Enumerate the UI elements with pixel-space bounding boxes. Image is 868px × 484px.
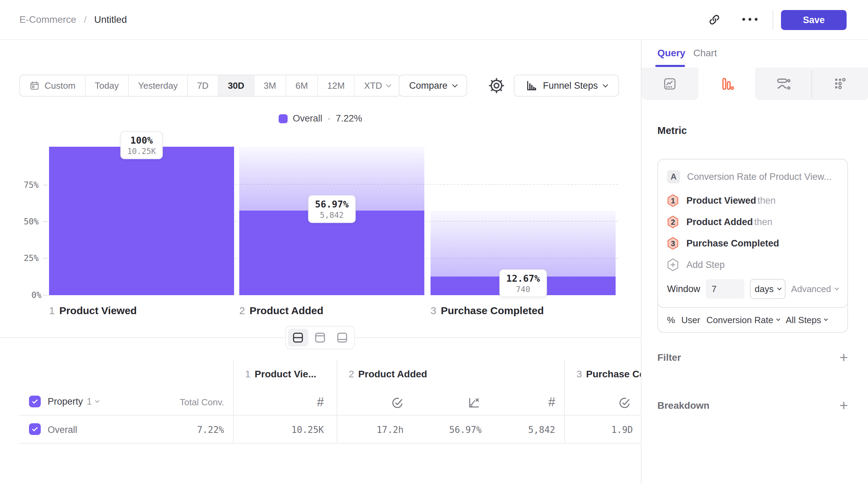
retention-report-tab[interactable] xyxy=(812,68,868,100)
row-checkbox[interactable] xyxy=(29,423,41,435)
metric-footer: % User Conversion Rate All Steps xyxy=(658,308,847,332)
funnel-bar-step-1[interactable]: 100% 10.25K xyxy=(49,147,234,295)
row-label[interactable]: Overall xyxy=(48,425,77,435)
add-step-button[interactable]: Add Step xyxy=(667,254,838,275)
active-tab-underline xyxy=(655,65,685,67)
total-conv-header[interactable]: Total Conv. xyxy=(155,397,224,408)
bar-value-label: 56.97% 5,842 xyxy=(308,195,356,223)
property-header[interactable]: Property 1 xyxy=(48,394,99,409)
date-range-6m[interactable]: 6M xyxy=(286,75,317,96)
time-to-convert-icon xyxy=(618,396,631,409)
metric-title: Conversion Rate of Product View... xyxy=(687,172,831,182)
insights-icon xyxy=(663,77,677,91)
steps-scope-select[interactable]: All Steps xyxy=(786,315,828,326)
check-icon xyxy=(31,398,39,405)
copy-link-button[interactable] xyxy=(708,13,721,26)
add-filter-button[interactable]: + xyxy=(839,350,848,365)
table-col-step2: 2Product Added xyxy=(349,369,427,380)
step-axis-label-1: 1Product Viewed xyxy=(49,305,137,317)
date-range-custom[interactable]: Custom xyxy=(20,75,85,96)
advanced-toggle[interactable]: Advanced xyxy=(791,284,838,294)
chart-type-button[interactable]: Funnel Steps xyxy=(514,75,619,97)
report-title[interactable]: Untitled xyxy=(94,14,127,25)
dropoff-chart-icon xyxy=(467,396,481,409)
breakdown-section: Breakdown + xyxy=(657,395,848,417)
gear-icon xyxy=(488,77,505,95)
chevron-down-icon xyxy=(95,398,99,403)
funnel-report-app: E-Commerce / Untitled Save Custom Today … xyxy=(0,0,868,484)
step-number-badge: 1 xyxy=(667,194,679,207)
metric-badge: A xyxy=(667,170,680,183)
window-label: Window xyxy=(667,284,700,294)
dropoff-metric-header[interactable] xyxy=(467,396,481,409)
table-row-rule xyxy=(19,443,641,444)
bar-value-label: 12.67% 740 xyxy=(499,269,547,297)
step-number-badge: 3 xyxy=(667,237,679,250)
row-step2-rate: 56.97% xyxy=(413,425,482,435)
hash-icon: # xyxy=(548,395,555,409)
chevron-down-icon xyxy=(824,317,828,321)
date-range-control: Custom Today Yesterday 7D 30D 3M 6M 12M … xyxy=(19,75,401,97)
time-to-convert-header[interactable] xyxy=(618,396,631,409)
bar-solid xyxy=(239,211,424,295)
breadcrumb-separator: / xyxy=(84,14,87,25)
date-range-12m[interactable]: 12M xyxy=(317,75,354,96)
window-unit-select[interactable]: days xyxy=(750,279,785,299)
row-total-conv: 7.22% xyxy=(155,425,224,435)
step-number-badge: 2 xyxy=(667,215,679,229)
metric-heading: Metric xyxy=(657,125,687,136)
layout-toggle-control xyxy=(285,326,355,349)
measure-select[interactable]: Conversion Rate xyxy=(706,315,780,326)
funnel-step-row-3[interactable]: 3 Purchase Completed xyxy=(667,233,838,254)
date-range-yesterday[interactable]: Yesterday xyxy=(128,75,187,96)
funnels-report-tab[interactable] xyxy=(698,68,755,100)
tab-chart[interactable]: Chart xyxy=(693,48,717,59)
y-axis-tick-75: 75% xyxy=(14,180,39,190)
split-view-icon xyxy=(292,331,304,344)
step-axis-label-2: 2Product Added xyxy=(239,305,324,317)
breadcrumb: E-Commerce / Untitled xyxy=(19,0,127,39)
layout-chart-only-button[interactable] xyxy=(310,329,330,347)
bar-dropoff-gradient xyxy=(431,211,616,276)
top-header: E-Commerce / Untitled Save xyxy=(0,0,868,40)
date-range-3m[interactable]: 3M xyxy=(254,75,286,96)
count-metric-header[interactable]: # xyxy=(304,395,324,409)
funnel-bar-step-3[interactable]: 12.67% 740 xyxy=(431,147,616,295)
table-col-step1: 1Product Vie... xyxy=(245,369,316,380)
window-value-input[interactable]: 7 xyxy=(706,279,744,299)
date-range-7d[interactable]: 7D xyxy=(187,75,218,96)
compare-button[interactable]: Compare xyxy=(399,75,467,97)
metric-definition: A Conversion Rate of Product View... 1 P… xyxy=(657,159,848,308)
date-range-today[interactable]: Today xyxy=(85,75,128,96)
check-icon xyxy=(31,425,39,433)
flows-report-tab[interactable] xyxy=(755,68,812,100)
more-options-button[interactable] xyxy=(742,18,758,21)
row-step3-time: 1.9D xyxy=(564,425,633,435)
save-button[interactable]: Save xyxy=(781,10,847,30)
chart-settings-button[interactable] xyxy=(488,77,505,95)
select-all-checkbox[interactable] xyxy=(29,396,41,407)
tab-query[interactable]: Query xyxy=(657,48,685,59)
layout-table-only-button[interactable] xyxy=(332,329,352,347)
breadcrumb-project[interactable]: E-Commerce xyxy=(19,14,76,25)
date-range-30d[interactable]: 30D xyxy=(218,75,254,96)
date-range-xtd[interactable]: XTD xyxy=(354,75,400,96)
metric-a-row[interactable]: A Conversion Rate of Product View... xyxy=(667,167,838,186)
funnel-chart-plot: 100% 10.25K 56.97% 5,842 12.67% 740 xyxy=(49,147,618,295)
chart-legend[interactable]: Overall · 7.22% xyxy=(0,113,641,124)
layout-split-button[interactable] xyxy=(288,329,308,347)
insights-report-tab[interactable] xyxy=(642,68,698,100)
top-panel-icon xyxy=(314,331,326,344)
y-tickmark xyxy=(43,221,48,222)
legend-value: 7.22% xyxy=(336,113,362,124)
chevron-down-icon xyxy=(835,286,839,290)
counting-entity[interactable]: User xyxy=(681,315,700,326)
funnel-bar-step-2[interactable]: 56.97% 5,842 xyxy=(239,147,424,295)
time-to-convert-header[interactable] xyxy=(391,396,404,409)
funnel-step-row-1[interactable]: 1 Product Viewedthen xyxy=(667,190,838,211)
count-metric-header[interactable]: # xyxy=(535,395,555,409)
add-breakdown-button[interactable]: + xyxy=(839,398,848,413)
time-to-convert-icon xyxy=(391,396,404,409)
funnel-step-row-2[interactable]: 2 Product Addedthen xyxy=(667,211,838,233)
y-axis-tick-0: 0% xyxy=(17,290,41,300)
